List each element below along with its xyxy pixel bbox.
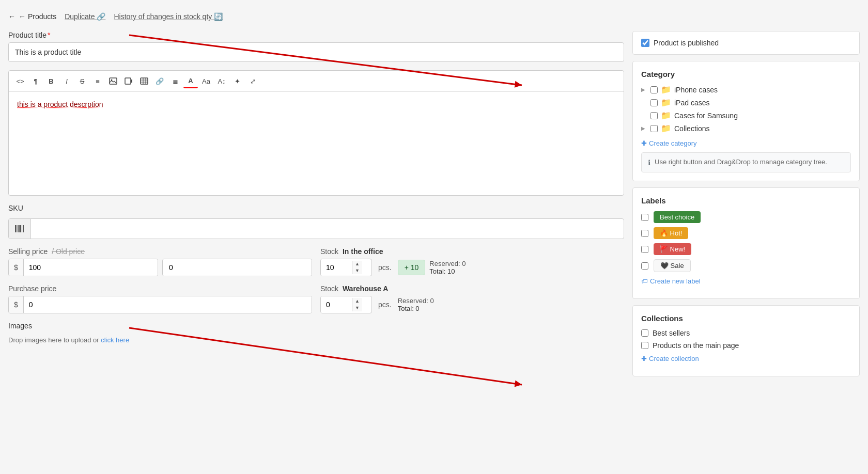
editor-text: this is a product descrption: [17, 100, 103, 108]
labels-title: Labels: [641, 196, 851, 205]
category-checkbox-iphone[interactable]: [650, 86, 658, 93]
category-name-iphone: iPhone cases: [674, 86, 718, 94]
required-marker: *: [48, 31, 50, 39]
toolbar-align-btn[interactable]: ≣: [168, 74, 182, 88]
label-checkbox-hot[interactable]: [641, 230, 648, 237]
create-label-tag-icon: 🏷: [641, 277, 648, 285]
label-checkbox-sale[interactable]: [641, 262, 648, 270]
toolbar-paragraph-btn[interactable]: ¶: [28, 74, 43, 88]
stock-warehouse-up-btn[interactable]: ▲: [352, 298, 362, 305]
sku-input[interactable]: [31, 220, 624, 237]
back-label: ← Products: [19, 12, 56, 21]
stock-office-input-wrapper: ▲ ▼: [320, 259, 372, 276]
stock-warehouse-row: ▲ ▼ pcs. Reserved: 0 Total: 0: [320, 296, 624, 313]
toolbar-font-size-btn[interactable]: Aa: [199, 74, 213, 88]
selling-price-inputs: $: [8, 259, 312, 276]
svg-rect-0: [110, 78, 117, 84]
create-category-link[interactable]: ✚ Create category: [641, 139, 851, 147]
stock-warehouse-input-wrapper: ▲ ▼: [320, 296, 372, 313]
stock-office-info: Reserved: 0 Total: 10: [429, 260, 466, 275]
back-to-products-link[interactable]: ← ← Products: [8, 12, 56, 21]
label-badge-sale: 🖤 Sale: [654, 259, 691, 272]
category-expand-collections[interactable]: ▶: [641, 125, 647, 131]
category-item-samsung: ▶ 📁 Cases for Samsung: [641, 110, 851, 120]
product-title-section: Product title*: [8, 31, 624, 62]
publish-section: Product is published: [632, 31, 860, 55]
label-badge-best-choice: Best choice: [654, 211, 701, 223]
stock-office-total: Total: 10: [429, 267, 466, 275]
price-stock-grid: Selling price / Old price $: [8, 247, 624, 276]
category-checkbox-collections[interactable]: [650, 125, 658, 132]
purchase-price-input[interactable]: [24, 296, 312, 313]
category-item-ipad: ▶ 📁 iPad cases: [641, 98, 851, 107]
toolbar-strikethrough-btn[interactable]: S: [75, 74, 89, 88]
sku-label: SKU: [8, 204, 624, 212]
history-label: History of changes in stock qty 🔄: [114, 12, 223, 21]
toolbar-video-btn[interactable]: [121, 74, 136, 88]
category-folder-collections: 📁: [661, 123, 671, 133]
label-checkbox-new[interactable]: [641, 246, 648, 253]
toolbar-link-btn[interactable]: 🔗: [152, 74, 167, 88]
create-collection-text: Create collection: [649, 355, 699, 362]
duplicate-link[interactable]: Duplicate 🔗: [65, 12, 105, 21]
svg-rect-3: [141, 78, 148, 84]
svg-rect-8: [15, 225, 16, 232]
selling-price-field: $: [8, 259, 158, 276]
svg-rect-14: [23, 225, 24, 232]
stock-office-down-btn[interactable]: ▼: [352, 267, 362, 274]
stock-office-up-btn[interactable]: ▲: [352, 261, 362, 267]
old-price-input[interactable]: [163, 259, 312, 276]
images-click-link[interactable]: click here: [101, 336, 129, 344]
publish-checkbox[interactable]: [641, 39, 649, 47]
product-title-input[interactable]: [8, 42, 624, 62]
stock-warehouse-spinner: ▲ ▼: [352, 298, 362, 311]
purchase-price-field: $: [8, 296, 312, 313]
collection-item-main-page: Products on the main page: [641, 341, 851, 350]
stock-warehouse-input[interactable]: [321, 296, 352, 313]
stock-warehouse-unit: pcs.: [376, 301, 394, 309]
stock-office-spinner: ▲ ▼: [352, 261, 362, 274]
labels-list: Best choice 🔥 Hot! 🚩 New! 🖤 Sale: [641, 211, 851, 272]
category-name-ipad: iPad cases: [674, 99, 709, 107]
stock-warehouse-reserved: Reserved: 0: [398, 297, 434, 305]
label-checkbox-best-choice[interactable]: [641, 214, 648, 221]
add-stock-office-btn[interactable]: + 10: [398, 260, 426, 275]
collections-title: Collections: [641, 314, 851, 323]
selling-price-section: Selling price / Old price $: [8, 247, 312, 276]
toolbar-list-btn[interactable]: ≡: [90, 74, 105, 88]
collection-checkbox-best-sellers[interactable]: [641, 329, 648, 337]
history-link[interactable]: History of changes in stock qty 🔄: [114, 12, 223, 21]
toolbar-bold-btn[interactable]: B: [44, 74, 58, 88]
toolbar-code-btn[interactable]: <>: [13, 74, 27, 88]
purchase-price-section: Purchase price $: [8, 285, 312, 313]
create-collection-link[interactable]: ✚ Create collection: [641, 355, 851, 362]
editor-content[interactable]: this is a product descrption: [9, 92, 624, 195]
collections-card: Collections Best sellers Products on the…: [632, 305, 860, 376]
collection-checkbox-main-page[interactable]: [641, 342, 648, 349]
category-folder-iphone: 📁: [661, 85, 671, 94]
toolbar-table-btn[interactable]: [137, 74, 151, 88]
category-item-iphone: ▶ 📁 iPhone cases: [641, 85, 851, 94]
category-expand-iphone[interactable]: ▶: [641, 87, 647, 92]
stock-office-input[interactable]: [321, 259, 352, 276]
toolbar-fullscreen-btn[interactable]: ⤢: [245, 74, 260, 88]
label-item-best-choice: Best choice: [641, 211, 851, 223]
toolbar-italic-btn[interactable]: I: [59, 74, 74, 88]
publish-label[interactable]: Product is published: [654, 39, 719, 47]
category-info-box: ℹ Use right button and Drag&Drop to mana…: [641, 152, 851, 172]
category-checkbox-samsung[interactable]: [650, 112, 658, 119]
stock-warehouse-down-btn[interactable]: ▼: [352, 305, 362, 311]
selling-price-input[interactable]: [24, 259, 158, 276]
purchase-price-label: Purchase price: [8, 285, 312, 293]
category-checkbox-ipad[interactable]: [650, 99, 658, 106]
stock-office-label: Stock In the office: [320, 247, 624, 256]
create-label-link[interactable]: 🏷 Create new label: [641, 277, 851, 285]
toolbar-line-height-btn[interactable]: A↕: [214, 74, 229, 88]
purchase-warehouse-grid: Purchase price $ Stock Warehouse A: [8, 285, 624, 313]
toolbar-image-btn[interactable]: [106, 74, 120, 88]
category-name-samsung: Cases for Samsung: [674, 112, 738, 120]
toolbar-font-color-btn[interactable]: A: [183, 74, 198, 88]
toolbar-effects-btn[interactable]: ✦: [230, 74, 244, 88]
selling-price-label: Selling price / Old price: [8, 247, 312, 256]
label-item-hot: 🔥 Hot!: [641, 227, 851, 239]
